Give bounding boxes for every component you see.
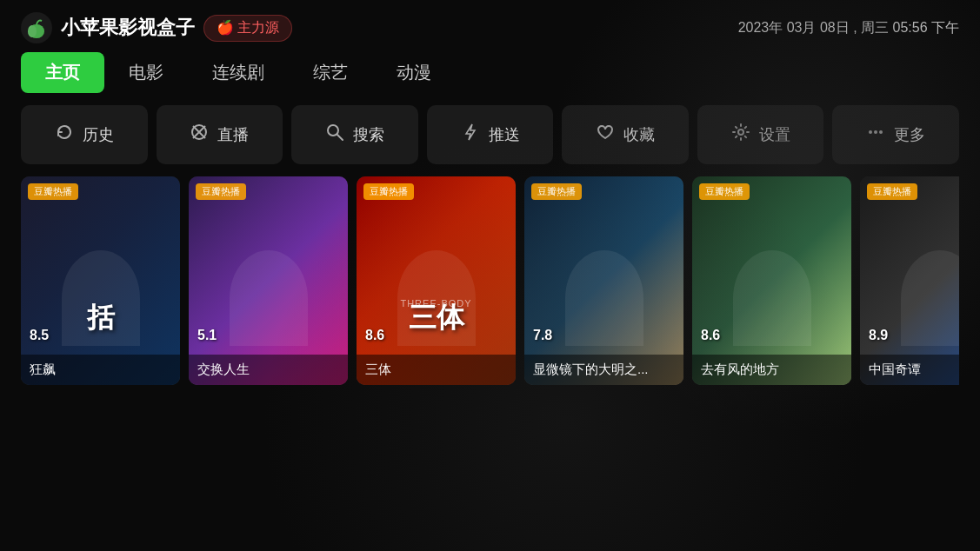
nav-tab-series[interactable]: 连续剧 bbox=[188, 52, 289, 93]
hot-badge: 豆瓣热播 bbox=[867, 183, 917, 200]
app-title: 小苹果影视盒子 bbox=[61, 15, 195, 41]
movies-section: 括豆瓣热播8.5狂飙豆瓣热播5.1交换人生THREE-BODY三体豆瓣热播8.6… bbox=[0, 176, 980, 385]
movie-card[interactable]: THREE-BODY三体豆瓣热播8.6三体 bbox=[357, 176, 516, 385]
movie-card[interactable]: 豆瓣热播8.9中国奇谭 bbox=[860, 176, 959, 385]
movie-card[interactable]: 豆瓣热播5.1交换人生 bbox=[189, 176, 348, 385]
movie-title: 交换人生 bbox=[189, 355, 348, 385]
movie-title: 去有风的地方 bbox=[692, 355, 851, 385]
svg-line-8 bbox=[337, 135, 343, 140]
func-btn-more[interactable]: 更多 bbox=[832, 105, 959, 164]
rating-badge: 8.9 bbox=[869, 328, 888, 343]
func-label-more: 更多 bbox=[894, 124, 925, 145]
more-icon bbox=[866, 123, 885, 147]
movie-card[interactable]: 豆瓣热播8.6去有风的地方 bbox=[692, 176, 851, 385]
rating-badge: 7.8 bbox=[533, 328, 552, 343]
movies-row: 括豆瓣热播8.5狂飙豆瓣热播5.1交换人生THREE-BODY三体豆瓣热播8.6… bbox=[21, 176, 959, 385]
datetime: 2023年 03月 08日 , 周三 05:56 下午 bbox=[738, 19, 959, 37]
func-label-settings: 设置 bbox=[759, 124, 790, 145]
rating-badge: 8.6 bbox=[701, 328, 720, 343]
nav-tab-movie[interactable]: 电影 bbox=[104, 52, 188, 93]
func-btn-settings[interactable]: 设置 bbox=[697, 105, 824, 164]
rating-badge: 5.1 bbox=[197, 328, 217, 343]
func-btn-search[interactable]: 搜索 bbox=[291, 105, 418, 164]
svg-point-10 bbox=[738, 129, 743, 135]
nav-tab-variety[interactable]: 综艺 bbox=[289, 52, 372, 93]
nav-tabs: 主页电影连续剧综艺动漫 bbox=[0, 52, 980, 93]
poster-sub-text: THREE-BODY bbox=[357, 298, 516, 309]
header: 小苹果影视盒子 🍎 主力源 2023年 03月 08日 , 周三 05:56 下… bbox=[0, 0, 980, 52]
hot-badge: 豆瓣热播 bbox=[196, 183, 246, 200]
func-label-push: 推送 bbox=[489, 124, 520, 145]
func-label-history: 历史 bbox=[83, 124, 114, 145]
movie-title: 中国奇谭 bbox=[860, 355, 959, 385]
search-icon bbox=[325, 123, 344, 147]
func-btn-history[interactable]: 历史 bbox=[21, 105, 148, 164]
svg-point-11 bbox=[869, 130, 872, 134]
rating-badge: 8.5 bbox=[30, 328, 49, 343]
movie-card[interactable]: 括豆瓣热播8.5狂飙 bbox=[21, 176, 180, 385]
func-label-favorite: 收藏 bbox=[623, 124, 655, 145]
rating-badge: 8.6 bbox=[365, 328, 384, 343]
nav-tab-anime[interactable]: 动漫 bbox=[372, 52, 456, 93]
svg-point-3 bbox=[29, 24, 44, 38]
movie-card[interactable]: 豆瓣热播7.8显微镜下的大明之... bbox=[524, 176, 683, 385]
func-label-search: 搜索 bbox=[353, 124, 384, 145]
history-icon bbox=[55, 123, 74, 147]
logo-icon bbox=[21, 12, 52, 43]
svg-point-13 bbox=[879, 130, 883, 134]
hot-badge: 豆瓣热播 bbox=[363, 183, 414, 200]
live-icon bbox=[190, 123, 209, 147]
movie-title: 三体 bbox=[357, 355, 516, 385]
logo-area: 小苹果影视盒子 🍎 主力源 bbox=[21, 12, 292, 43]
svg-point-7 bbox=[328, 125, 338, 136]
func-btn-push[interactable]: 推送 bbox=[427, 105, 554, 164]
hot-badge: 豆瓣热播 bbox=[531, 183, 582, 200]
func-btn-live[interactable]: 直播 bbox=[157, 105, 283, 164]
movie-title: 显微镜下的大明之... bbox=[524, 355, 683, 385]
push-icon bbox=[461, 123, 480, 147]
hot-badge: 豆瓣热播 bbox=[28, 183, 78, 200]
favorite-icon bbox=[596, 123, 615, 147]
nav-tab-home[interactable]: 主页 bbox=[21, 52, 104, 93]
movie-title: 狂飙 bbox=[21, 355, 180, 385]
svg-marker-9 bbox=[466, 124, 475, 140]
func-label-live: 直播 bbox=[217, 124, 249, 145]
source-badge[interactable]: 🍎 主力源 bbox=[203, 15, 292, 42]
hot-badge: 豆瓣热播 bbox=[699, 183, 750, 200]
func-btn-favorite[interactable]: 收藏 bbox=[562, 105, 689, 164]
svg-point-12 bbox=[874, 130, 877, 134]
settings-icon bbox=[731, 123, 750, 147]
func-row: 历史直播搜索推送收藏设置更多 bbox=[0, 102, 980, 176]
